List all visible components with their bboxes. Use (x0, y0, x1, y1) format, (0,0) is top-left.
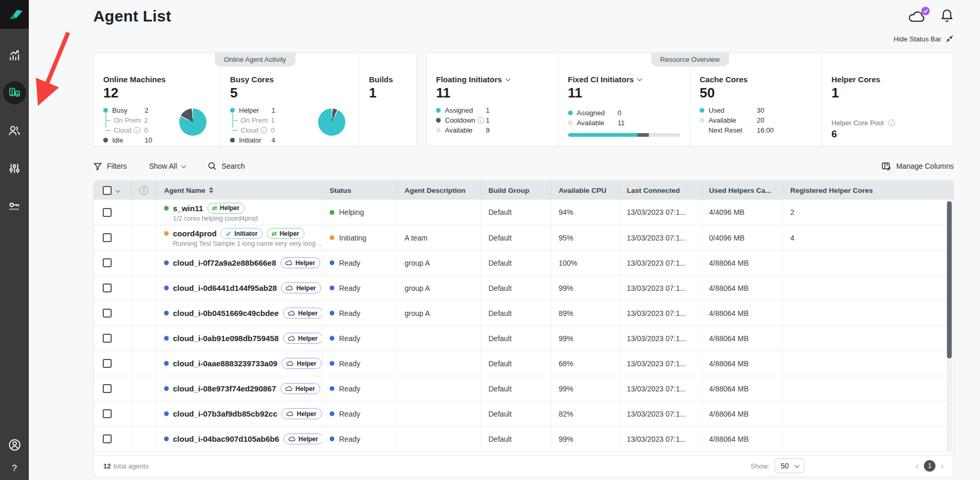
cloud-status-button[interactable] (908, 9, 927, 25)
agent-name[interactable]: cloud_i-0ab91e098db759458 (173, 334, 279, 343)
row-checkbox[interactable] (103, 233, 112, 242)
registered-cores-cell (783, 401, 953, 426)
search-button[interactable]: Search (208, 161, 245, 171)
manage-columns-icon (881, 161, 891, 171)
table-scrollbar[interactable] (946, 200, 952, 451)
current-page-button[interactable]: 1 (924, 460, 935, 472)
legend-used: Used 30 (700, 105, 813, 115)
row-select-cell (94, 427, 132, 451)
status-cell: Ready (322, 427, 397, 451)
swap-arrows-icon: ⇄ (271, 231, 277, 237)
sliders-icon (8, 162, 21, 175)
legend-available: Available 9 (436, 125, 550, 135)
table-row[interactable]: cloud_i-0b0451669c49cbdeeHelperReadygrou… (94, 300, 953, 325)
table-row[interactable]: cloud_i-0ab91e098db759458HelperReadyDefa… (94, 325, 953, 351)
column-header-agent-name[interactable]: Agent Name (157, 181, 322, 200)
table-row[interactable]: cloud_i-0f72a9a2e88b666e8HelperReadygrou… (94, 250, 953, 275)
used-helpers-cell: 0/4096 MB (702, 225, 783, 250)
row-checkbox[interactable] (103, 208, 112, 217)
sidebar-item-account[interactable] (8, 438, 21, 454)
page-size-select[interactable]: 50 (775, 459, 804, 473)
select-all-header[interactable] (94, 181, 132, 200)
row-checkbox[interactable] (103, 283, 112, 292)
sort-icon[interactable] (209, 187, 213, 193)
used-helpers-cell: 4/88064 MB (702, 351, 783, 376)
column-header-agent-description[interactable]: Agent Description (397, 181, 481, 200)
table-row[interactable]: cloud_i-08e973f74ed290867HelperReadyDefa… (94, 376, 953, 401)
column-header-last-connected[interactable]: Last Connected (619, 181, 702, 200)
column-header-registered-helper-cores[interactable]: Registered Helper Cores (783, 181, 953, 200)
hide-status-bar-button[interactable]: Hide Status Bar (894, 35, 954, 43)
row-alert-cell (132, 326, 157, 351)
agent-name[interactable]: cloud_i-0b0451669c49cbdee (173, 309, 279, 318)
filters-button[interactable]: Filters (93, 162, 127, 171)
row-checkbox[interactable] (103, 309, 112, 318)
status-cell: Ready (322, 301, 397, 325)
column-header-status[interactable]: Status (322, 181, 397, 200)
info-icon (134, 127, 140, 134)
cloud-icon (288, 310, 296, 316)
row-checkbox[interactable] (103, 334, 112, 343)
agent-name[interactable]: cloud_i-0d6441d144f95ab28 (173, 283, 277, 292)
row-checkbox[interactable] (103, 434, 112, 443)
last-connected-cell: 13/03/2023 07:1... (619, 376, 702, 401)
sidebar-item-agents[interactable] (3, 81, 26, 104)
table-row[interactable]: coord4prodInitiator⇄HelperRunning Test S… (94, 225, 953, 250)
next-page-button[interactable]: › (941, 461, 944, 471)
last-connected-cell: 13/03/2023 07:1... (619, 326, 702, 351)
sidebar-item-analytics[interactable] (3, 43, 26, 67)
column-header-build-group[interactable]: Build Group (481, 181, 551, 200)
table-row[interactable]: cloud_i-07b3af9db85cb92ccHelperReadyDefa… (94, 401, 953, 426)
sidebar-item-settings[interactable] (3, 157, 26, 180)
online-agent-activity-panel: Online Agent Activity Online Machines 12… (93, 52, 417, 147)
agent-name[interactable]: cloud_i-07b3af9db85cb92cc (173, 409, 277, 418)
row-checkbox[interactable] (103, 359, 112, 368)
row-checkbox[interactable] (103, 384, 112, 393)
column-header-available-cpu[interactable]: Available CPU (551, 181, 619, 200)
sidebar-item-users[interactable] (3, 119, 26, 142)
cache-cores-value: 50 (700, 85, 813, 101)
show-all-dropdown[interactable]: Show All (149, 162, 186, 170)
row-alert-cell (132, 351, 157, 376)
status-dot (330, 437, 334, 441)
column-header-used-helpers[interactable]: Used Helpers Ca... (702, 181, 783, 200)
agent-name[interactable]: cloud_i-04bac907d105ab6b6 (173, 434, 279, 443)
table-row[interactable]: cloud_i-0d6441d144f95ab28HelperReadygrou… (94, 275, 953, 300)
notifications-button[interactable] (940, 8, 954, 25)
cache-cores-title: Cache Cores (700, 75, 813, 84)
helper-cores-title: Helper Cores (832, 75, 945, 84)
agent-name[interactable]: cloud_i-08e973f74ed290867 (173, 384, 276, 393)
agent-name[interactable]: cloud_i-0f72a9a2e88b666e8 (173, 258, 276, 267)
agent-name[interactable]: coord4prod (173, 229, 216, 238)
table-row[interactable]: s_win11⇄Helper1/2 cores helping coord4pr… (94, 200, 953, 225)
table-row[interactable]: cloud_i-0aae8883239733a09HelperReadyDefa… (94, 351, 953, 376)
build-group-cell: Default (481, 376, 551, 401)
badge-cloud: Helper (281, 358, 321, 369)
row-checkbox[interactable] (103, 258, 112, 267)
row-select-cell (94, 376, 132, 401)
sidebar-item-help[interactable]: ? (12, 463, 17, 474)
agent-status-dot (164, 260, 169, 265)
sidebar-item-license[interactable] (3, 194, 26, 217)
fixed-ci-initiators-title[interactable]: Fixed CI Initiators (568, 75, 682, 84)
table-body: s_win11⇄Helper1/2 cores helping coord4pr… (94, 200, 953, 451)
row-checkbox[interactable] (103, 409, 112, 418)
table-row[interactable]: cloud_i-04bac907d105ab6b6HelperReadyDefa… (94, 426, 953, 451)
clipped-row (94, 451, 953, 455)
manage-columns-button[interactable]: Manage Columns (881, 161, 954, 171)
agent-name[interactable]: s_win11 (173, 204, 203, 213)
agent-status-dot (164, 231, 169, 236)
used-helpers-cell: 4/88064 MB (702, 301, 783, 325)
scrollbar-thumb[interactable] (947, 201, 952, 358)
help-icon: ? (12, 463, 17, 473)
select-all-checkbox[interactable] (103, 186, 112, 195)
agent-name-cell: cloud_i-04bac907d105ab6b6Helper (157, 427, 322, 451)
floating-initiators-title[interactable]: Floating Initiators (436, 75, 550, 84)
cpu-cell: 94% (551, 200, 619, 225)
chevron-down-icon (505, 76, 510, 81)
agent-name[interactable]: cloud_i-0aae8883239733a09 (173, 359, 277, 368)
cpu-cell: 89% (551, 301, 619, 325)
used-helpers-cell: 4/88064 MB (702, 401, 783, 426)
previous-page-button[interactable]: ‹ (916, 461, 919, 471)
row-alert-cell (132, 250, 157, 275)
